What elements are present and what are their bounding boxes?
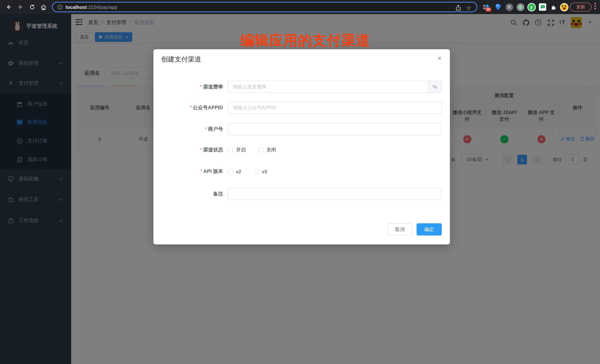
annotation-text: 编辑应用的支付渠道 [240,31,370,50]
field-label: *公众号APPID [153,104,223,111]
bookmark-star-icon[interactable]: ☆ [466,4,471,11]
dialog-title: 创建支付渠道 [161,55,201,64]
form-row-remark: 备注 [153,188,450,200]
extension-dot-icon[interactable] [516,3,525,11]
field-label: *商户号 [153,126,223,132]
profile-avatar-icon[interactable] [560,3,569,11]
radio-icon [254,169,259,174]
cancel-button[interactable]: 取消 [388,223,412,236]
dialog-close-icon[interactable]: ✕ [437,55,442,62]
channel-rate-input[interactable] [228,81,428,93]
extension-command-icon[interactable]: ⌘ [505,3,514,11]
back-icon[interactable] [4,3,13,11]
extension-diamond-icon[interactable]: 10 [482,3,491,11]
radio-status-open[interactable]: 开启 [228,147,246,153]
radio-icon [228,147,233,153]
field-label: *渠道费率 [153,83,223,90]
extension-badge: 10 [486,7,491,11]
address-bar[interactable]: localhost:1024/pay/app ☆ [52,2,477,12]
extension-balloon-icon[interactable] [494,3,503,11]
merchant-id-input[interactable] [228,123,442,135]
form-row-appid: *公众号APPID [153,101,450,114]
confirm-button[interactable]: 确定 [417,223,442,236]
radio-api-v3[interactable]: v3 [254,169,267,174]
form-row-api-version: *API 版本 v2 v3 [153,168,450,175]
browser-toolbar: localhost:1024/pay/app ☆ 10 ⌘ y [0,0,600,14]
home-icon[interactable] [39,3,47,11]
app-window: 芋道管理系统 首页 系统管理 ¥ 支付管理 [0,14,600,364]
form-row-status: *渠道状态 开启 关闭 [153,147,450,153]
reload-icon[interactable] [28,3,36,11]
extensions-puzzle-icon[interactable] [549,3,558,11]
form-row-rate: *渠道费率 % [153,81,450,93]
remark-input[interactable] [228,188,442,200]
url-text: localhost:1024/pay/app [66,4,117,10]
forward-icon[interactable] [16,3,24,11]
field-label: *API 版本 [153,168,223,175]
radio-icon [258,147,263,153]
screen: localhost:1024/pay/app ☆ 10 ⌘ y [0,0,600,364]
create-channel-dialog: 创建支付渠道 ✕ *渠道费率 % *公众号APPID *商户号 *渠道状态 [153,49,450,244]
radio-api-v2[interactable]: v2 [228,169,241,174]
url-path: :1024/pay/app [87,4,117,10]
chrome-menu-icon[interactable] [594,3,596,9]
url-host: localhost [66,4,87,10]
field-label: *渠道状态 [153,147,223,153]
percent-append: % [428,81,442,93]
radio-status-closed[interactable]: 关闭 [258,147,276,153]
extension-y-icon[interactable]: y [527,3,536,11]
share-icon[interactable] [455,5,461,11]
form-row-merchant: *商户号 [153,123,450,135]
field-label: 备注 [153,191,223,197]
extension-chat-icon[interactable] [538,3,547,11]
mp-appid-input[interactable] [228,101,442,114]
chrome-update-button[interactable]: 更新 [570,3,591,11]
radio-icon [228,169,233,174]
